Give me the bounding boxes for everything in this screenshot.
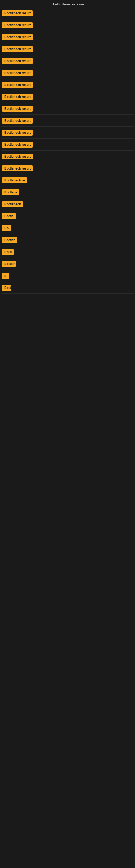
bottleneck-badge: Bo bbox=[2, 225, 11, 231]
bottleneck-badge: Bottleneck bbox=[2, 201, 23, 207]
list-item[interactable]: Bottleneck result bbox=[1, 127, 134, 138]
bottleneck-badge: Bottlene bbox=[2, 261, 16, 267]
list-item[interactable]: Bottleneck result bbox=[1, 19, 134, 31]
bottleneck-badge: Bottleneck result bbox=[2, 106, 33, 112]
list-item[interactable]: Bottleneck result bbox=[1, 138, 134, 151]
list-item[interactable]: Bottle bbox=[1, 282, 134, 294]
bottleneck-badge: Bottleneck re bbox=[2, 177, 27, 183]
list-item[interactable]: Bottleneck result bbox=[1, 79, 134, 91]
list-item[interactable]: Bottleneck result bbox=[1, 151, 134, 162]
list-item[interactable]: Bottleneck re bbox=[1, 175, 134, 186]
bottleneck-badge: Bottleneck result bbox=[2, 142, 33, 148]
bottleneck-badge: Bottleneck result bbox=[2, 118, 33, 124]
bottleneck-badge: Bottle bbox=[2, 213, 16, 219]
list-item[interactable]: Bottleneck result bbox=[1, 7, 134, 19]
list-item[interactable]: Bottleneck result bbox=[1, 31, 134, 43]
list-item[interactable]: Bottleneck result bbox=[1, 43, 134, 55]
list-item[interactable]: Bottlene bbox=[1, 186, 134, 198]
bottleneck-badge: Bottleneck result bbox=[2, 82, 33, 88]
bottleneck-badge: Bottleneck result bbox=[2, 10, 33, 16]
list-item[interactable]: Bottleneck result bbox=[1, 67, 134, 79]
bottleneck-badge: Bottleneck result bbox=[2, 165, 33, 172]
list-item[interactable]: Bottl bbox=[1, 246, 134, 258]
list-item[interactable]: Bottleneck result bbox=[1, 115, 134, 127]
list-item[interactable]: Bo bbox=[1, 222, 134, 234]
list-item[interactable]: Bottleneck result bbox=[1, 55, 134, 67]
site-title: TheBottlenecker.com bbox=[0, 0, 135, 7]
bottleneck-badge: Bottler bbox=[2, 237, 17, 243]
bottleneck-badge: Bottleneck result bbox=[2, 130, 33, 135]
bottleneck-badge: Bottleneck result bbox=[2, 154, 33, 159]
bottleneck-badge: Bottl bbox=[2, 249, 14, 255]
results-list: Bottleneck resultBottleneck resultBottle… bbox=[0, 7, 135, 294]
page-container: TheBottlenecker.com Bottleneck resultBot… bbox=[0, 0, 135, 294]
bottleneck-badge: Bottlene bbox=[2, 189, 19, 195]
bottleneck-badge: Bottleneck result bbox=[2, 34, 33, 40]
list-item[interactable]: Bottleneck result bbox=[1, 162, 134, 175]
bottleneck-badge: B bbox=[2, 273, 9, 279]
list-item[interactable]: Bottlene bbox=[1, 258, 134, 270]
bottleneck-badge: Bottleneck result bbox=[2, 70, 33, 76]
bottleneck-badge: Bottleneck result bbox=[2, 22, 33, 28]
bottleneck-badge: Bottleneck result bbox=[2, 58, 33, 64]
list-item[interactable]: Bottleneck result bbox=[1, 91, 134, 103]
bottleneck-badge: Bottle bbox=[2, 285, 11, 291]
list-item[interactable]: B bbox=[1, 270, 134, 282]
list-item[interactable]: Bottleneck bbox=[1, 198, 134, 210]
list-item[interactable]: Bottleneck result bbox=[1, 103, 134, 115]
list-item[interactable]: Bottle bbox=[1, 210, 134, 222]
bottleneck-badge: Bottleneck result bbox=[2, 46, 33, 52]
bottleneck-badge: Bottleneck result bbox=[2, 94, 33, 100]
list-item[interactable]: Bottler bbox=[1, 234, 134, 246]
